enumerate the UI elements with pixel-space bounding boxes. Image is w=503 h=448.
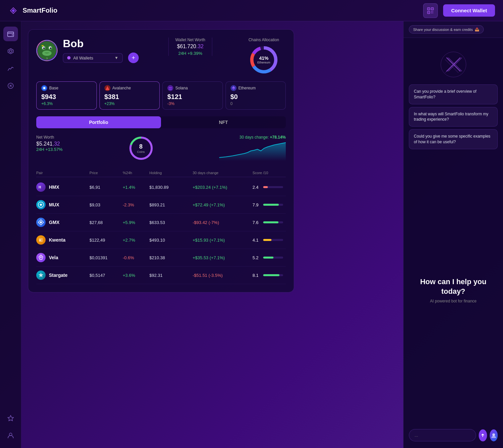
- portfolio-table: Pair Price %24h Holding 30 days change S…: [36, 169, 286, 284]
- gmx-score: 7.6: [252, 220, 260, 225]
- hmx-score: 2.4: [252, 185, 260, 190]
- svg-rect-9: [432, 13, 433, 13]
- connect-wallet-button[interactable]: Connect Wallet: [443, 4, 495, 17]
- chart-change: 30 days change: +78.14%: [219, 135, 286, 140]
- gmx-icon: [36, 218, 46, 227]
- portfolio-score-circle: 8 Coins: [128, 135, 154, 162]
- table-row[interactable]: MUX $9,03 -2.3% $893.21 +$72.49 (+7.1%) …: [36, 196, 286, 214]
- kwenta-icon: K: [36, 235, 46, 245]
- pair-cell-gmx: GMX: [36, 218, 89, 227]
- chat-logo: [440, 51, 467, 78]
- vela-icon: [36, 253, 46, 262]
- logo-icon: [8, 5, 19, 16]
- svg-point-11: [12, 35, 13, 36]
- mux-icon: [36, 200, 46, 209]
- chain-card-avalanche[interactable]: Avalanche $381 +23%: [99, 81, 160, 110]
- mux-score-cell: 7.9: [252, 202, 292, 207]
- chat-panel: Share your discussion & earn credits 📤 C…: [403, 21, 503, 448]
- add-wallet-button[interactable]: +: [128, 53, 139, 63]
- donut-center: 41% Ethereum: [257, 56, 270, 64]
- sidebar-item-rewards[interactable]: [3, 411, 18, 425]
- chain-card-solana[interactable]: Solana $121 -3%: [162, 81, 223, 110]
- chat-header-bar: Share your discussion & earn credits 📤: [404, 21, 503, 38]
- donut-chain-name: Ethereum: [257, 61, 270, 64]
- wallet-dot: [67, 56, 71, 59]
- chains-allocation-label: Chains Allocation: [249, 38, 279, 42]
- chain-cards: Base $943 +6.3% Avalanche $381 +23%: [36, 81, 286, 110]
- sidebar-item-wallet[interactable]: [3, 27, 18, 41]
- svg-rect-37: [169, 89, 172, 90]
- gmx-bar: [263, 221, 278, 223]
- header-right: Connect Wallet: [423, 3, 495, 18]
- chat-avatar-button[interactable]: [490, 429, 498, 441]
- suggestion-button-1[interactable]: Can you provide a brief overview of Smar…: [409, 84, 498, 104]
- chat-input[interactable]: [409, 429, 476, 441]
- svg-point-23: [50, 47, 52, 49]
- table-row[interactable]: GMX $27,68 +5.9% $633.53 -$93.42 (-7%) 7…: [36, 214, 286, 231]
- stargate-price: $0,5147: [89, 273, 123, 278]
- profile-name: Bob: [63, 38, 139, 50]
- table-row[interactable]: Vela $0,01391 -0.6% $210.38 +$35.53 (+7.…: [36, 249, 286, 267]
- chat-main-prompt: How can I help you today? AI powered bot…: [404, 156, 503, 425]
- svg-rect-8: [431, 13, 432, 13]
- wallet-net-worth-value: $61.720.32: [175, 44, 205, 50]
- sidebar-item-profile[interactable]: [3, 428, 18, 443]
- mini-chart-section: 30 days change: +78.14%: [219, 135, 286, 162]
- svg-point-22: [43, 47, 45, 49]
- kwenta-name: Kwenta: [49, 237, 66, 243]
- table-header: Pair Price %24h Holding 30 days change S…: [36, 169, 286, 177]
- pair-cell-mux: MUX: [36, 200, 89, 209]
- hmx-holding: $1,830.89: [149, 185, 193, 190]
- mux-price: $9,03: [89, 202, 123, 207]
- svg-rect-6: [431, 11, 432, 12]
- wallet-net-worth-label: Wallet Net Worth: [175, 38, 205, 42]
- table-row[interactable]: K Kwenta $122,49 +2.7% $493.10 +$15.93 (…: [36, 231, 286, 249]
- wallet-chevron-icon: ▼: [114, 56, 118, 60]
- wallet-selector[interactable]: All Wallets ▼: [63, 53, 123, 63]
- sidebar-item-assets[interactable]: [3, 44, 18, 58]
- sidebar-item-analytics[interactable]: [3, 61, 18, 76]
- gmx-score-cell: 7.6: [252, 220, 292, 225]
- svg-point-33: [43, 87, 45, 89]
- chat-main-title: How can I help you today?: [410, 277, 496, 296]
- chat-send-button[interactable]: [479, 429, 487, 441]
- donut-chart: 41% Ethereum: [249, 45, 279, 75]
- vela-price: $0,01391: [89, 255, 123, 260]
- wallet-label: All Wallets: [73, 56, 112, 60]
- chain-change-avalanche: +23%: [104, 101, 155, 106]
- mux-holding: $893.21: [149, 202, 193, 207]
- tab-nft[interactable]: NFT: [161, 116, 286, 128]
- qr-button[interactable]: [423, 3, 438, 18]
- hmx-price: $6,91: [89, 185, 123, 190]
- hmx-days-change: +$203.24 (+7.1%): [193, 185, 252, 190]
- tab-portfolio[interactable]: Portfolio: [36, 116, 161, 128]
- app-title: SmartFolio: [23, 7, 57, 14]
- hmx-score-cell: 2.4: [252, 185, 292, 190]
- kwenta-change: +2.7%: [123, 238, 149, 243]
- svg-marker-12: [8, 49, 13, 54]
- svg-text:K: K: [39, 239, 42, 242]
- chain-card-base[interactable]: Base $943 +6.3%: [36, 81, 97, 110]
- svg-rect-36: [169, 88, 172, 89]
- avalanche-icon: [104, 85, 110, 91]
- pair-cell-stargate: Stargate: [36, 271, 89, 280]
- svg-marker-34: [105, 86, 109, 90]
- header-left: SmartFolio: [8, 5, 57, 16]
- sidebar-item-defi[interactable]: [3, 78, 18, 93]
- chain-card-ethereum[interactable]: Ethereum $0 0: [226, 81, 286, 110]
- col-days-change: 30 days change: [193, 171, 252, 175]
- table-row[interactable]: H HMX $6,91 +1.4% $1,830.89 +$203.24 (+7…: [36, 178, 286, 196]
- suggestion-button-3[interactable]: Could you give me some specific examples…: [409, 129, 498, 149]
- wallet-net-worth-decimal: .32: [196, 44, 204, 49]
- suggestion-button-2[interactable]: In what ways will SmartFolio transform m…: [409, 107, 498, 127]
- table-row[interactable]: Stargate $0,5147 +3.6% $92.31 -$51.51 (-…: [36, 267, 286, 284]
- pair-cell-hmx: H HMX: [36, 182, 89, 192]
- share-discussion-button[interactable]: Share your discussion & earn credits 📤: [409, 25, 484, 34]
- vela-change: -0.6%: [123, 255, 149, 260]
- profile-section: 3 Bob All Wallets ▼ +: [36, 38, 286, 75]
- svg-rect-10: [8, 32, 14, 37]
- vela-score-cell: 5.2: [252, 255, 292, 260]
- mux-name: MUX: [49, 202, 59, 207]
- chat-logo-area: [404, 38, 503, 84]
- stargate-icon: [36, 271, 46, 280]
